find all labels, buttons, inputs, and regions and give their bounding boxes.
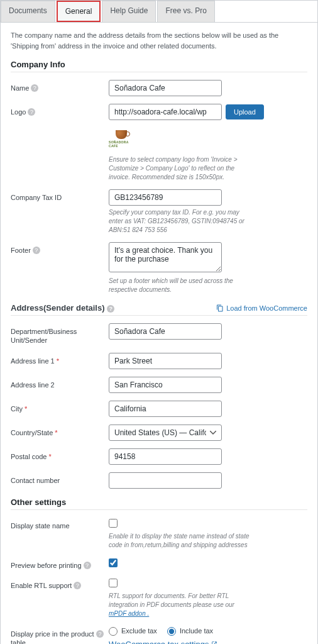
input-address1[interactable] bbox=[109, 353, 222, 369]
rtl-hint: RTL support for documents. For better RT… bbox=[109, 592, 253, 618]
tabs: Documents General Help Guide Free vs. Pr… bbox=[1, 1, 317, 23]
tax-hint: Specify your company tax ID. For e.g. yo… bbox=[109, 208, 253, 235]
label-preview: Preview before printing bbox=[11, 561, 82, 570]
help-icon[interactable]: ? bbox=[28, 108, 35, 116]
help-icon[interactable]: ? bbox=[31, 84, 38, 92]
input-name[interactable] bbox=[109, 80, 222, 96]
input-contact[interactable] bbox=[109, 472, 222, 489]
help-icon[interactable]: ? bbox=[84, 562, 91, 569]
label-contact: Contact number bbox=[11, 476, 60, 485]
logo-hint: Ensure to select company logo from 'Invo… bbox=[109, 155, 253, 182]
logo-preview: SOÑADORA CAFE bbox=[109, 126, 134, 152]
input-postal[interactable] bbox=[109, 448, 222, 465]
mpdf-addon-link[interactable]: mPDF addon . bbox=[109, 610, 149, 617]
footer-hint: Set up a footer which will be used acros… bbox=[109, 277, 253, 294]
checkbox-rtl[interactable] bbox=[109, 579, 118, 587]
label-name: Name bbox=[11, 84, 29, 92]
external-link-icon bbox=[211, 641, 217, 644]
help-icon[interactable]: ? bbox=[107, 305, 114, 313]
help-icon[interactable]: ? bbox=[96, 630, 104, 638]
label-department: Department/Business Unit/Sender bbox=[11, 327, 104, 345]
load-from-woocommerce-link[interactable]: Load from WooCommerce bbox=[216, 304, 307, 312]
tab-free-vs-pro[interactable]: Free vs. Pro bbox=[157, 1, 214, 22]
state-hint: Enable it to display the state name inst… bbox=[109, 532, 253, 550]
copy-icon bbox=[216, 304, 224, 312]
radio-exclude-tax[interactable] bbox=[109, 627, 118, 636]
label-display-price: Display price in the product table bbox=[11, 630, 94, 644]
section-company-info: Company Info bbox=[11, 60, 307, 72]
input-department[interactable] bbox=[109, 323, 222, 340]
radio-include-tax[interactable] bbox=[167, 627, 176, 636]
tab-help[interactable]: Help Guide bbox=[102, 1, 156, 22]
textarea-footer[interactable]: It's a great choice. Thank you for the p… bbox=[109, 242, 222, 272]
section-address: Address(Sender details) ? bbox=[11, 303, 114, 313]
label-postal: Postal code bbox=[11, 452, 47, 461]
label-display-state: Display state name bbox=[11, 521, 70, 530]
label-logo: Logo bbox=[11, 108, 26, 116]
label-footer: Footer bbox=[11, 246, 31, 255]
tab-documents[interactable]: Documents bbox=[1, 1, 55, 22]
checkbox-display-state[interactable] bbox=[109, 519, 118, 528]
input-tax-id[interactable] bbox=[109, 189, 222, 206]
label-rtl: Enable RTL support bbox=[11, 581, 72, 590]
help-icon[interactable]: ? bbox=[33, 247, 40, 254]
woocommerce-tax-settings-link[interactable]: WooCommerce tax settings bbox=[109, 640, 217, 644]
section-other-settings: Other settings bbox=[11, 497, 307, 510]
input-city[interactable] bbox=[109, 401, 222, 417]
upload-button[interactable]: Upload bbox=[226, 104, 264, 119]
checkbox-preview[interactable] bbox=[109, 558, 118, 567]
tab-general[interactable]: General bbox=[57, 1, 101, 22]
input-address2[interactable] bbox=[109, 377, 222, 393]
label-tax-id: Company Tax ID bbox=[11, 193, 62, 202]
input-logo-url[interactable] bbox=[109, 104, 222, 120]
select-country-state[interactable]: United States (US) — California bbox=[109, 425, 222, 441]
label-address2: Address line 2 bbox=[11, 380, 55, 389]
help-icon[interactable]: ? bbox=[74, 582, 81, 589]
label-city: City bbox=[11, 404, 23, 413]
label-country: Country/State bbox=[11, 428, 53, 437]
label-address1: Address line 1 bbox=[11, 357, 55, 365]
intro-text: The company name and the address details… bbox=[11, 30, 307, 51]
